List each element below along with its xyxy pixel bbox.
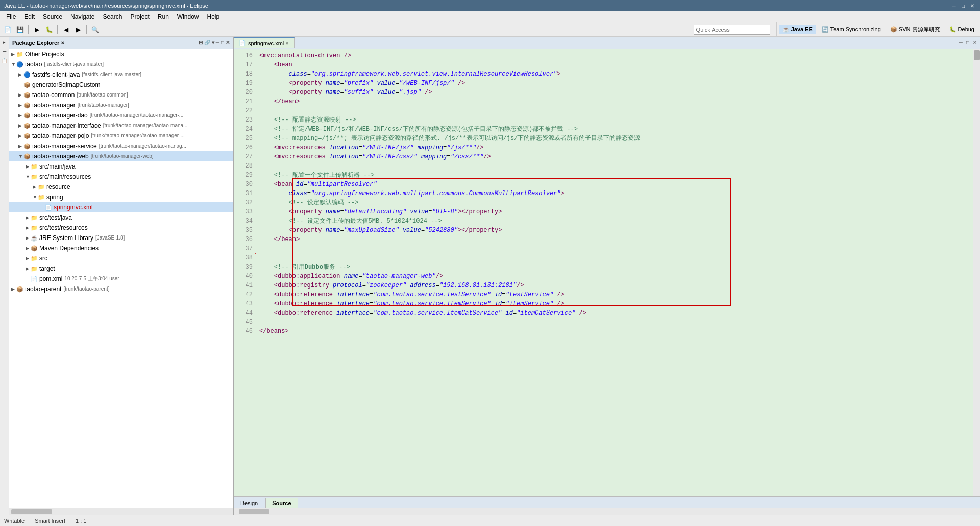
editor-tabs: 📄 springmvc.xml × ─ □ ✕	[234, 37, 980, 49]
quick-access-box[interactable]: Quick Access	[694, 25, 770, 35]
persp-java-ee[interactable]: ☕ Java EE	[779, 25, 816, 34]
forward-button[interactable]: ▶	[72, 24, 84, 35]
pkg-scroll-thumb	[11, 509, 52, 514]
save-button[interactable]: 💾	[14, 24, 26, 35]
menu-run[interactable]: Run	[154, 12, 173, 21]
code-line-18: class="org.springframework.web.servlet.v…	[259, 69, 969, 79]
tree-item-taotao-manager-web[interactable]: ▼ 📦 taotao-manager-web [trunk/taotao-man…	[9, 151, 233, 161]
project-icon: 🔵	[23, 70, 31, 79]
menu-file[interactable]: File	[2, 12, 20, 21]
menu-source[interactable]: Source	[39, 12, 66, 21]
tree-item-other-projects[interactable]: ▶ 📁 Other Projects	[9, 49, 233, 59]
menu-search[interactable]: Search	[99, 12, 126, 21]
persp-team-sync[interactable]: 🔄 Team Synchronizing	[818, 25, 885, 34]
tab-design[interactable]: Design	[234, 498, 264, 508]
left-icon-1[interactable]: ▸	[1, 39, 8, 46]
pkg-h-scrollbar[interactable]	[9, 508, 233, 515]
tree-label: spring	[46, 193, 63, 202]
tree-label: JRE System Library	[39, 233, 93, 243]
tree-item-src-main-resources[interactable]: ▼ 📁 src/main/resources	[9, 172, 233, 182]
menu-project[interactable]: Project	[126, 12, 153, 21]
pkg-explorer-header: Package Explorer × ⊟ 🔗 ▾ ─ □ ✕	[9, 37, 233, 49]
code-line-36: </bean>	[259, 235, 969, 244]
max-button[interactable]: □	[221, 40, 224, 45]
min-button[interactable]: ─	[216, 40, 219, 45]
search-icon[interactable]: 🔍	[89, 24, 101, 35]
menu-navigate[interactable]: Navigate	[66, 12, 99, 21]
tree-item-taotao-manager-interface[interactable]: ▶ 📦 taotao-manager-interface [trunk/taot…	[9, 121, 233, 131]
close-panel-button[interactable]: ✕	[226, 40, 230, 45]
tree-arrow: ▶	[11, 284, 16, 294]
ln-44: 44	[234, 308, 253, 318]
tree-item-taotao-manager-service[interactable]: ▶ 📦 taotao-manager-service [trunk/taotao…	[9, 141, 233, 151]
tree-sublabel: [trunk/taotao-manager]	[78, 101, 129, 110]
tree-item-jre[interactable]: ▶ ☕ JRE System Library [JavaSE-1.8]	[9, 233, 233, 243]
minimize-button[interactable]: ─	[950, 2, 958, 9]
tree-item-taotao[interactable]: ▼ 🔵 taotao [fastdfs-client-java master]	[9, 59, 233, 69]
debug-button[interactable]: 🐛	[43, 24, 55, 35]
tree-label: taotao-manager-interface	[32, 121, 101, 130]
tree-item-pom-xml[interactable]: ▶ 📄 pom.xml 10 20-7-5 上午3:04 user	[9, 274, 233, 284]
tree-item-src-test-resources[interactable]: ▶ 📁 src/test/resources	[9, 223, 233, 233]
maximize-button[interactable]: □	[960, 2, 967, 9]
tree-item-src-main-java[interactable]: ▶ 📁 src/main/java	[9, 161, 233, 172]
tree-item-taotao-parent[interactable]: ▶ 📦 taotao-parent [trunk/taotao-parent]	[9, 284, 233, 294]
tree-arrow: ▶	[26, 233, 31, 243]
editor-max-button[interactable]: □	[965, 39, 970, 46]
left-icon-2[interactable]: ☰	[1, 48, 8, 55]
right-scrollbar[interactable]	[973, 49, 980, 496]
tree-item-springmvc-xml[interactable]: ▶ 📄 springmvc.xml	[9, 202, 233, 212]
tree-arrow: ▶	[26, 254, 31, 263]
ln-28: 28	[234, 161, 253, 171]
tree-sublabel: [trunk/taotao-parent]	[63, 284, 109, 294]
menu-edit[interactable]: Edit	[20, 12, 39, 21]
tree-item-target[interactable]: ▶ 📁 target	[9, 264, 233, 274]
tree-sublabel: [trunk/taotao-common]	[77, 90, 128, 100]
persp-debug[interactable]: 🐛 Debug	[946, 25, 978, 34]
close-button[interactable]: ✕	[969, 2, 976, 9]
back-button[interactable]: ◀	[60, 24, 71, 35]
code-editor[interactable]: 16 17 18 19 20 21 22 23 24 25 26 27 28 2…	[234, 49, 980, 496]
tree-label: src/main/resources	[39, 172, 91, 181]
view-menu-button[interactable]: ▾	[212, 40, 214, 45]
persp-svn[interactable]: 📦 SVN 资源库研究	[887, 24, 944, 35]
sep3	[86, 25, 87, 34]
code-line-22	[259, 106, 969, 115]
tab-source[interactable]: Source	[265, 498, 298, 508]
tree-sublabel: 10 20-7-5 上午3:04 user	[64, 274, 119, 283]
tree-item-maven-deps[interactable]: ▶ 📦 Maven Dependencies	[9, 243, 233, 253]
toolbar-row: 📄 💾 ▶ 🐛 ◀ ▶ 🔍 Quick Access ☕ Java EE 🔄 T…	[0, 22, 980, 37]
tree-item-spring[interactable]: ▼ 📁 spring	[9, 192, 233, 202]
tree-item-taotao-manager-pojo[interactable]: ▶ 📦 taotao-manager-pojo [trunk/taotao-ma…	[9, 131, 233, 141]
tree-label: taotao-common	[32, 90, 75, 100]
tree-item-taotao-manager[interactable]: ▶ 📦 taotao-manager [trunk/taotao-manager…	[9, 100, 233, 110]
menu-help[interactable]: Help	[203, 12, 224, 21]
ln-22: 22	[234, 106, 253, 115]
editor-close-button[interactable]: ✕	[972, 39, 978, 46]
left-icon-3[interactable]: 📋	[1, 57, 8, 64]
code-line-31: class="org.springframework.web.multipart…	[259, 189, 969, 198]
ln-21: 21	[234, 97, 253, 106]
code-content[interactable]: <mvc:annotation-driven /> <bean class="o…	[255, 49, 973, 496]
sep2	[57, 25, 58, 34]
code-line-26: <mvc:resources location="/WEB-INF/js/" m…	[259, 143, 969, 152]
h-scrollbar[interactable]	[234, 508, 980, 515]
tree-item-taotao-manager-dao[interactable]: ▶ 📦 taotao-manager-dao [trunk/taotao-man…	[9, 110, 233, 121]
tree-label: src/test/resources	[39, 223, 88, 232]
tree-item-src-test-java[interactable]: ▶ 📁 src/test/java	[9, 212, 233, 223]
ln-41: 41	[234, 281, 253, 290]
tree-item-resource[interactable]: ▶ 📁 resource	[9, 182, 233, 192]
tab-springmvc-xml[interactable]: 📄 springmvc.xml ×	[234, 37, 295, 48]
editor-min-button[interactable]: ─	[958, 39, 964, 46]
tree-label: taotao-manager-service	[32, 141, 97, 151]
tree-item-src[interactable]: ▶ 📁 src	[9, 253, 233, 264]
new-button[interactable]: 📄	[2, 24, 13, 35]
tree-item-taotao-common[interactable]: ▶ 📦 taotao-common [trunk/taotao-common]	[9, 90, 233, 100]
collapse-all-button[interactable]: ⊟	[199, 40, 203, 45]
menu-window[interactable]: Window	[173, 12, 203, 21]
tree-item-fastdfs[interactable]: ▶ 🔵 fastdfs-client-java [fastdfs-client-…	[9, 69, 233, 80]
pkg-header-controls: ⊟ 🔗 ▾ ─ □ ✕	[199, 40, 230, 45]
link-editor-button[interactable]: 🔗	[204, 40, 210, 45]
tree-item-generator[interactable]: ▶ 📦 generatorSqlmapCustom	[9, 80, 233, 90]
run-button[interactable]: ▶	[31, 24, 42, 35]
